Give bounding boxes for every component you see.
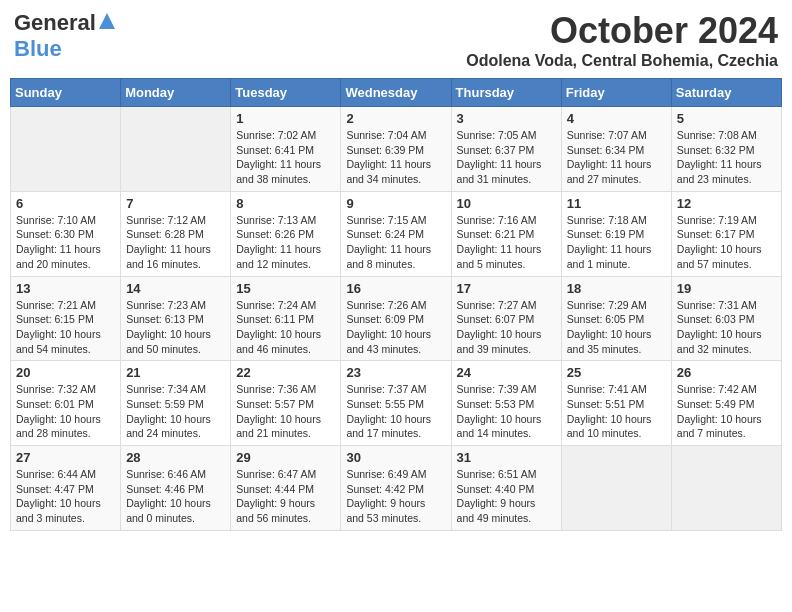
day-info: Sunrise: 7:36 AMSunset: 5:57 PMDaylight:… (236, 382, 335, 441)
calendar-title: October 2024 (466, 10, 778, 52)
weekday-header: Monday (121, 79, 231, 107)
day-info: Sunrise: 6:51 AMSunset: 4:40 PMDaylight:… (457, 467, 556, 526)
day-number: 22 (236, 365, 335, 380)
day-info: Sunrise: 7:27 AMSunset: 6:07 PMDaylight:… (457, 298, 556, 357)
day-info: Sunrise: 7:07 AMSunset: 6:34 PMDaylight:… (567, 128, 666, 187)
day-info: Sunrise: 7:24 AMSunset: 6:11 PMDaylight:… (236, 298, 335, 357)
day-number: 11 (567, 196, 666, 211)
day-info: Sunrise: 6:47 AMSunset: 4:44 PMDaylight:… (236, 467, 335, 526)
day-number: 25 (567, 365, 666, 380)
calendar-week-row: 20Sunrise: 7:32 AMSunset: 6:01 PMDayligh… (11, 361, 782, 446)
day-number: 16 (346, 281, 445, 296)
calendar-cell: 8Sunrise: 7:13 AMSunset: 6:26 PMDaylight… (231, 191, 341, 276)
calendar-cell: 12Sunrise: 7:19 AMSunset: 6:17 PMDayligh… (671, 191, 781, 276)
calendar-header-row: SundayMondayTuesdayWednesdayThursdayFrid… (11, 79, 782, 107)
day-number: 7 (126, 196, 225, 211)
calendar-cell: 28Sunrise: 6:46 AMSunset: 4:46 PMDayligh… (121, 446, 231, 531)
calendar-cell: 17Sunrise: 7:27 AMSunset: 6:07 PMDayligh… (451, 276, 561, 361)
day-info: Sunrise: 7:05 AMSunset: 6:37 PMDaylight:… (457, 128, 556, 187)
day-number: 12 (677, 196, 776, 211)
calendar-cell: 10Sunrise: 7:16 AMSunset: 6:21 PMDayligh… (451, 191, 561, 276)
calendar-week-row: 27Sunrise: 6:44 AMSunset: 4:47 PMDayligh… (11, 446, 782, 531)
day-number: 19 (677, 281, 776, 296)
calendar-cell: 26Sunrise: 7:42 AMSunset: 5:49 PMDayligh… (671, 361, 781, 446)
day-number: 10 (457, 196, 556, 211)
calendar-cell: 30Sunrise: 6:49 AMSunset: 4:42 PMDayligh… (341, 446, 451, 531)
calendar-cell: 18Sunrise: 7:29 AMSunset: 6:05 PMDayligh… (561, 276, 671, 361)
calendar-cell: 20Sunrise: 7:32 AMSunset: 6:01 PMDayligh… (11, 361, 121, 446)
logo-triangle (98, 12, 116, 34)
weekday-header: Saturday (671, 79, 781, 107)
day-number: 3 (457, 111, 556, 126)
calendar-cell: 23Sunrise: 7:37 AMSunset: 5:55 PMDayligh… (341, 361, 451, 446)
weekday-header: Wednesday (341, 79, 451, 107)
day-info: Sunrise: 7:34 AMSunset: 5:59 PMDaylight:… (126, 382, 225, 441)
day-number: 6 (16, 196, 115, 211)
calendar-cell: 1Sunrise: 7:02 AMSunset: 6:41 PMDaylight… (231, 107, 341, 192)
day-number: 13 (16, 281, 115, 296)
calendar-cell: 9Sunrise: 7:15 AMSunset: 6:24 PMDaylight… (341, 191, 451, 276)
calendar-cell: 7Sunrise: 7:12 AMSunset: 6:28 PMDaylight… (121, 191, 231, 276)
calendar-cell: 22Sunrise: 7:36 AMSunset: 5:57 PMDayligh… (231, 361, 341, 446)
calendar-cell: 6Sunrise: 7:10 AMSunset: 6:30 PMDaylight… (11, 191, 121, 276)
calendar-cell: 2Sunrise: 7:04 AMSunset: 6:39 PMDaylight… (341, 107, 451, 192)
day-number: 28 (126, 450, 225, 465)
day-info: Sunrise: 7:16 AMSunset: 6:21 PMDaylight:… (457, 213, 556, 272)
day-info: Sunrise: 7:31 AMSunset: 6:03 PMDaylight:… (677, 298, 776, 357)
logo-blue: Blue (14, 36, 62, 61)
calendar-cell: 14Sunrise: 7:23 AMSunset: 6:13 PMDayligh… (121, 276, 231, 361)
calendar-cell: 13Sunrise: 7:21 AMSunset: 6:15 PMDayligh… (11, 276, 121, 361)
calendar-cell (561, 446, 671, 531)
day-info: Sunrise: 7:39 AMSunset: 5:53 PMDaylight:… (457, 382, 556, 441)
day-info: Sunrise: 7:21 AMSunset: 6:15 PMDaylight:… (16, 298, 115, 357)
weekday-header: Thursday (451, 79, 561, 107)
day-number: 31 (457, 450, 556, 465)
day-info: Sunrise: 7:04 AMSunset: 6:39 PMDaylight:… (346, 128, 445, 187)
day-info: Sunrise: 6:44 AMSunset: 4:47 PMDaylight:… (16, 467, 115, 526)
calendar-cell (121, 107, 231, 192)
day-number: 9 (346, 196, 445, 211)
day-info: Sunrise: 7:19 AMSunset: 6:17 PMDaylight:… (677, 213, 776, 272)
day-info: Sunrise: 7:42 AMSunset: 5:49 PMDaylight:… (677, 382, 776, 441)
day-info: Sunrise: 6:46 AMSunset: 4:46 PMDaylight:… (126, 467, 225, 526)
day-number: 30 (346, 450, 445, 465)
day-number: 14 (126, 281, 225, 296)
day-number: 2 (346, 111, 445, 126)
day-number: 4 (567, 111, 666, 126)
calendar-cell: 5Sunrise: 7:08 AMSunset: 6:32 PMDaylight… (671, 107, 781, 192)
calendar-cell: 24Sunrise: 7:39 AMSunset: 5:53 PMDayligh… (451, 361, 561, 446)
day-info: Sunrise: 7:08 AMSunset: 6:32 PMDaylight:… (677, 128, 776, 187)
day-info: Sunrise: 7:41 AMSunset: 5:51 PMDaylight:… (567, 382, 666, 441)
page-header: General Blue October 2024 Odolena Voda, … (10, 10, 782, 70)
day-info: Sunrise: 7:23 AMSunset: 6:13 PMDaylight:… (126, 298, 225, 357)
calendar-cell: 11Sunrise: 7:18 AMSunset: 6:19 PMDayligh… (561, 191, 671, 276)
calendar-cell: 31Sunrise: 6:51 AMSunset: 4:40 PMDayligh… (451, 446, 561, 531)
day-number: 29 (236, 450, 335, 465)
calendar-cell (11, 107, 121, 192)
day-number: 27 (16, 450, 115, 465)
calendar-week-row: 1Sunrise: 7:02 AMSunset: 6:41 PMDaylight… (11, 107, 782, 192)
day-info: Sunrise: 7:13 AMSunset: 6:26 PMDaylight:… (236, 213, 335, 272)
day-info: Sunrise: 7:12 AMSunset: 6:28 PMDaylight:… (126, 213, 225, 272)
calendar-cell: 29Sunrise: 6:47 AMSunset: 4:44 PMDayligh… (231, 446, 341, 531)
day-info: Sunrise: 7:02 AMSunset: 6:41 PMDaylight:… (236, 128, 335, 187)
day-number: 20 (16, 365, 115, 380)
calendar-cell: 25Sunrise: 7:41 AMSunset: 5:51 PMDayligh… (561, 361, 671, 446)
day-number: 24 (457, 365, 556, 380)
calendar-cell: 4Sunrise: 7:07 AMSunset: 6:34 PMDaylight… (561, 107, 671, 192)
day-number: 18 (567, 281, 666, 296)
day-info: Sunrise: 7:15 AMSunset: 6:24 PMDaylight:… (346, 213, 445, 272)
day-info: Sunrise: 7:26 AMSunset: 6:09 PMDaylight:… (346, 298, 445, 357)
calendar-cell: 27Sunrise: 6:44 AMSunset: 4:47 PMDayligh… (11, 446, 121, 531)
weekday-header: Sunday (11, 79, 121, 107)
calendar-table: SundayMondayTuesdayWednesdayThursdayFrid… (10, 78, 782, 531)
day-number: 17 (457, 281, 556, 296)
day-info: Sunrise: 7:32 AMSunset: 6:01 PMDaylight:… (16, 382, 115, 441)
day-info: Sunrise: 7:29 AMSunset: 6:05 PMDaylight:… (567, 298, 666, 357)
calendar-cell: 16Sunrise: 7:26 AMSunset: 6:09 PMDayligh… (341, 276, 451, 361)
day-number: 21 (126, 365, 225, 380)
day-info: Sunrise: 7:37 AMSunset: 5:55 PMDaylight:… (346, 382, 445, 441)
calendar-cell: 15Sunrise: 7:24 AMSunset: 6:11 PMDayligh… (231, 276, 341, 361)
logo: General Blue (14, 10, 116, 62)
day-number: 1 (236, 111, 335, 126)
